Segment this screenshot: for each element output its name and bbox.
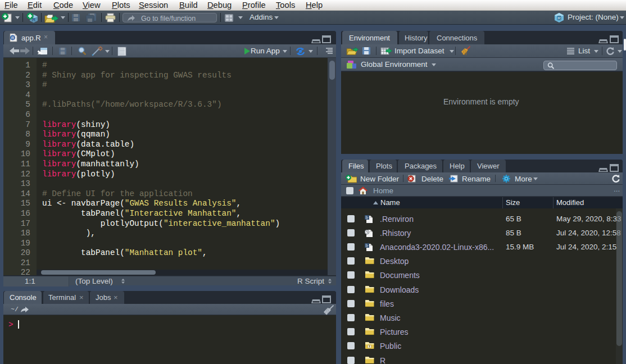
svg-text:R: R xyxy=(557,16,561,21)
svg-text:R: R xyxy=(11,36,14,40)
